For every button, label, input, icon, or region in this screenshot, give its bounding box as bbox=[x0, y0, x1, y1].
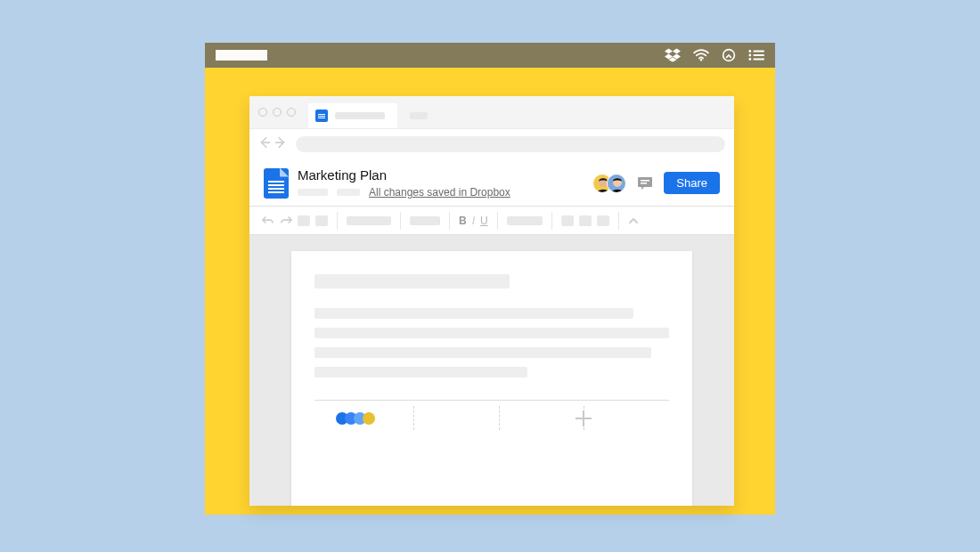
timeline-tick bbox=[499, 406, 500, 430]
share-button[interactable]: Share bbox=[664, 172, 720, 194]
svg-marker-1 bbox=[673, 49, 681, 54]
bold-button[interactable]: B bbox=[459, 215, 467, 227]
toolbar-item[interactable] bbox=[298, 215, 310, 226]
underline-button[interactable]: U bbox=[480, 215, 488, 227]
italic-button[interactable]: I bbox=[472, 215, 475, 227]
menu-placeholder[interactable] bbox=[337, 189, 360, 196]
svg-point-5 bbox=[700, 59, 702, 61]
svg-point-7 bbox=[748, 50, 751, 53]
toolbar-item[interactable] bbox=[315, 215, 328, 226]
svg-point-11 bbox=[748, 58, 751, 61]
timeline-tick bbox=[413, 406, 414, 430]
formatting-toolbar: B I U bbox=[249, 207, 734, 235]
document-page[interactable] bbox=[291, 251, 692, 506]
nav-back-icon[interactable] bbox=[258, 136, 271, 152]
svg-rect-12 bbox=[753, 59, 764, 61]
toolbar-item[interactable] bbox=[507, 216, 543, 225]
timeline-dot bbox=[363, 412, 375, 425]
clock-icon[interactable] bbox=[722, 48, 736, 62]
text-placeholder bbox=[314, 367, 527, 377]
tab-title-placeholder bbox=[410, 112, 428, 119]
toolbar-item[interactable] bbox=[561, 215, 574, 226]
text-placeholder bbox=[314, 328, 669, 338]
text-placeholder bbox=[314, 347, 651, 358]
undo-icon[interactable] bbox=[262, 213, 274, 229]
nav-forward-icon[interactable] bbox=[274, 136, 287, 152]
svg-rect-19 bbox=[638, 177, 652, 187]
max-dot[interactable] bbox=[287, 108, 296, 117]
svg-marker-0 bbox=[665, 49, 673, 54]
timeline-chart[interactable] bbox=[314, 400, 669, 435]
toolbar-item[interactable] bbox=[579, 215, 592, 226]
toolbar-item[interactable] bbox=[597, 215, 609, 226]
doc-icon bbox=[315, 110, 328, 122]
doc-title[interactable]: Marketing Plan bbox=[298, 167, 592, 183]
tab-title-placeholder bbox=[335, 112, 385, 119]
app-window: Marketing Plan All changes saved in Drop… bbox=[205, 43, 775, 515]
tab-strip bbox=[249, 96, 734, 128]
dropbox-icon[interactable] bbox=[665, 48, 681, 62]
document-canvas bbox=[249, 235, 734, 506]
browser-tab-active[interactable] bbox=[308, 103, 397, 128]
svg-rect-8 bbox=[753, 51, 764, 53]
svg-rect-22 bbox=[641, 183, 647, 184]
wifi-icon[interactable] bbox=[693, 49, 709, 61]
address-bar[interactable] bbox=[296, 136, 725, 152]
doc-header: Marketing Plan All changes saved in Drop… bbox=[249, 158, 734, 207]
list-icon[interactable] bbox=[748, 49, 764, 61]
doc-file-icon bbox=[264, 168, 289, 199]
avatar[interactable] bbox=[607, 174, 626, 193]
svg-rect-21 bbox=[641, 180, 649, 182]
redo-icon[interactable] bbox=[280, 213, 292, 229]
menubar-app-title bbox=[216, 50, 267, 61]
more-tools-icon[interactable] bbox=[628, 213, 639, 229]
browser-window: Marketing Plan All changes saved in Drop… bbox=[249, 96, 734, 506]
close-dot[interactable] bbox=[258, 108, 267, 117]
window-controls[interactable] bbox=[258, 96, 303, 128]
font-select[interactable] bbox=[410, 216, 440, 225]
svg-point-9 bbox=[748, 54, 751, 57]
comments-icon[interactable] bbox=[635, 174, 655, 193]
saved-status[interactable]: All changes saved in Dropbox bbox=[369, 186, 510, 199]
style-select[interactable] bbox=[347, 216, 391, 225]
heading-placeholder bbox=[314, 274, 510, 288]
browser-tab-inactive[interactable] bbox=[403, 103, 440, 128]
svg-rect-10 bbox=[753, 54, 764, 56]
collaborator-avatars[interactable] bbox=[592, 174, 626, 193]
address-bar-row bbox=[249, 128, 734, 158]
menu-placeholder[interactable] bbox=[298, 189, 328, 196]
min-dot[interactable] bbox=[273, 108, 282, 117]
menubar bbox=[205, 43, 775, 68]
text-placeholder bbox=[314, 308, 633, 319]
